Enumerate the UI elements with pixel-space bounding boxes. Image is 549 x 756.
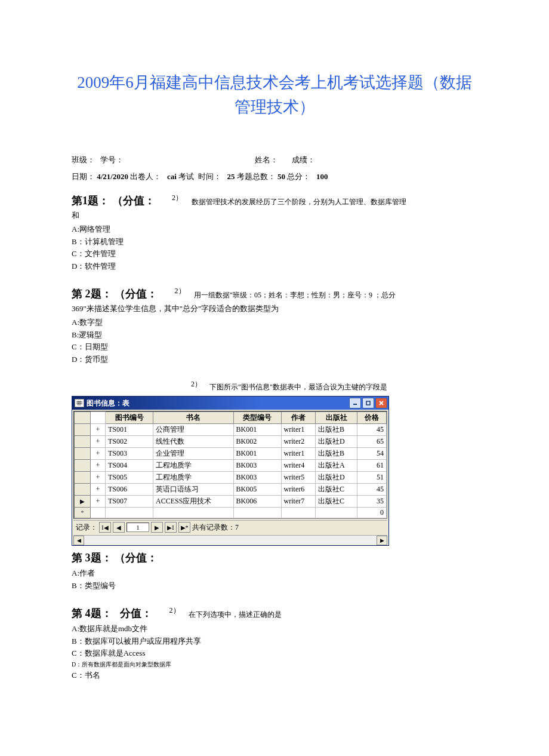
cell-id[interactable]: TS004 [106,460,153,472]
cell-price[interactable]: 35 [357,496,387,508]
col-book-name[interactable]: 书名 [153,412,233,424]
cell-type[interactable]: BK006 [233,496,281,508]
empty-cell[interactable] [233,508,281,518]
cell-pub[interactable]: 出版社D [315,436,357,448]
cell-id[interactable]: TS003 [106,448,153,460]
cell-name[interactable]: 企业管理 [153,448,233,460]
cell-price[interactable]: 54 [357,448,387,460]
q3-header: 第 3题： （分值： [72,551,477,565]
nav-prev-button[interactable]: ◀ [113,522,125,533]
cell-name[interactable]: 工程地质学 [153,460,233,472]
cell-price[interactable]: 45 [357,424,387,436]
col-author[interactable]: 作者 [281,412,315,424]
expand-toggle[interactable]: + [91,448,106,460]
empty-cell[interactable] [106,508,153,518]
row-selector[interactable] [75,460,91,472]
close-button[interactable] [375,398,387,408]
scroll-track[interactable] [84,536,377,544]
q4-score-value: 2） [169,606,180,614]
q1-score-label: （分值： [112,195,155,207]
cell-author[interactable]: writer6 [281,484,315,496]
q2-option-a: A:数字型 [72,316,477,328]
cell-price[interactable]: 65 [357,436,387,448]
scroll-left-icon[interactable]: ◀ [73,536,84,545]
q1-option-c: C：文件管理 [72,248,477,260]
empty-cell[interactable] [281,508,315,518]
cell-pub[interactable]: 出版社B [315,448,357,460]
table-row[interactable]: +TS006英语口语练习BK005writer6出版社C45 [75,484,387,496]
empty-cell[interactable] [153,508,233,518]
horizontal-scrollbar[interactable]: ◀ ▶ [73,535,387,544]
cell-type[interactable]: BK001 [233,424,281,436]
table-row[interactable]: +TS005工程地质学BK003writer5出版社D51 [75,472,387,484]
cell-pub[interactable]: 出版社C [315,484,357,496]
cell-id[interactable]: TS006 [106,484,153,496]
cell-price[interactable]: 61 [357,460,387,472]
cell-id[interactable]: TS007 [106,496,153,508]
nav-first-button[interactable]: I◀ [99,522,111,533]
cell-pub[interactable]: 出版社A [315,460,357,472]
cell-type[interactable]: BK002 [233,436,281,448]
scroll-right-icon[interactable]: ▶ [377,536,387,545]
col-publisher[interactable]: 出版社 [315,412,357,424]
table-row[interactable]: +TS001公商管理BK001writer1出版社B45 [75,424,387,436]
cell-type[interactable]: BK005 [233,484,281,496]
cell-type[interactable]: BK003 [233,472,281,484]
nav-last-button[interactable]: ▶I [165,522,177,533]
expand-toggle[interactable]: + [91,436,106,448]
cell-author[interactable]: writer2 [281,436,315,448]
new-row[interactable]: *0 [75,508,387,518]
cell-name[interactable]: ACCESS应用技术 [153,496,233,508]
col-type-code[interactable]: 类型编号 [233,412,281,424]
minimize-button[interactable] [349,398,361,408]
row-selector[interactable] [75,472,91,484]
expand-toggle[interactable]: + [91,484,106,496]
cell-author[interactable]: writer5 [281,472,315,484]
nav-new-button[interactable]: ▶* [178,522,190,533]
window-titlebar: 图书信息：表 [72,397,388,410]
empty-cell[interactable] [315,508,357,518]
table-row[interactable]: +TS003企业管理BK001writer1出版社B54 [75,448,387,460]
cell-type[interactable]: BK001 [233,448,281,460]
cell-id[interactable]: TS005 [106,472,153,484]
cell-pub[interactable]: 出版社B [315,424,357,436]
cell-name[interactable]: 线性代数 [153,436,233,448]
cell-pub[interactable]: 出版社C [315,496,357,508]
cell-name[interactable]: 公商管理 [153,424,233,436]
maximize-button[interactable] [362,398,374,408]
cell-author[interactable]: writer4 [281,460,315,472]
class-label: 班级： [72,155,95,164]
expand-toggle[interactable]: + [91,460,106,472]
new-row-marker[interactable]: * [75,508,91,518]
nav-current-record[interactable]: 1 [127,523,149,532]
expand-toggle[interactable]: + [91,496,106,508]
cell-id[interactable]: TS002 [106,436,153,448]
cell-author[interactable]: writer1 [281,424,315,436]
cell-type[interactable]: BK003 [233,460,281,472]
expand-toggle[interactable]: + [91,472,106,484]
row-selector[interactable]: ▶ [75,496,91,508]
table-body: +TS001公商管理BK001writer1出版社B45+TS002线性代数BK… [75,424,387,518]
row-selector[interactable] [75,448,91,460]
cell-name[interactable]: 工程地质学 [153,472,233,484]
row-selector[interactable] [75,484,91,496]
expand-toggle[interactable]: + [91,424,106,436]
nav-next-button[interactable]: ▶ [151,522,163,533]
cell-pub[interactable]: 出版社D [315,472,357,484]
table-row[interactable]: +TS002线性代数BK002writer2出版社D65 [75,436,387,448]
row-selector[interactable] [75,424,91,436]
cell-author[interactable]: writer1 [281,448,315,460]
table-row[interactable]: ▶+TS007ACCESS应用技术BK006writer7出版社C35 [75,496,387,508]
table-row[interactable]: +TS004工程地质学BK003writer4出版社A61 [75,460,387,472]
expand-toggle[interactable] [91,508,106,518]
cell-name[interactable]: 英语口语练习 [153,484,233,496]
cell-author[interactable]: writer7 [281,496,315,508]
row-selector-header [75,412,91,424]
cell-price[interactable]: 51 [357,472,387,484]
col-price[interactable]: 价格 [357,412,387,424]
cell-id[interactable]: TS001 [106,424,153,436]
cell-price[interactable]: 0 [357,508,387,518]
cell-price[interactable]: 45 [357,484,387,496]
row-selector[interactable] [75,436,91,448]
col-book-id[interactable]: 图书编号 [106,412,153,424]
